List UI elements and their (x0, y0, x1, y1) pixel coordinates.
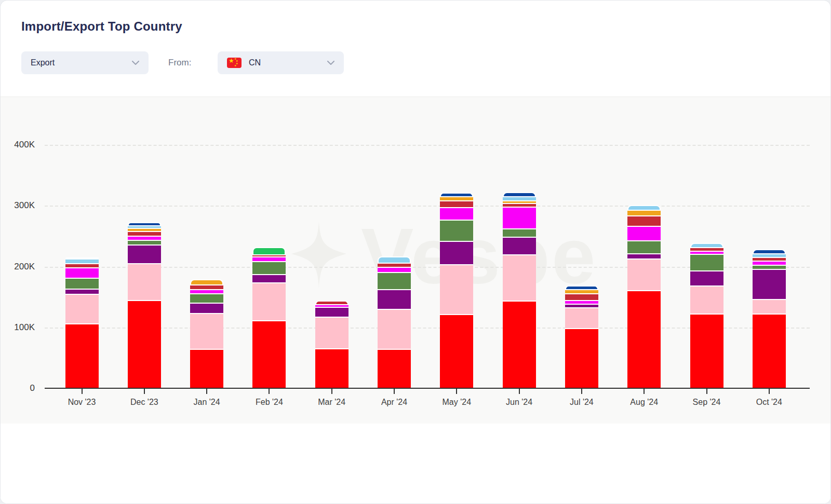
bar-segment-south-korea[interactable] (690, 243, 723, 247)
bar-segment-malaysia[interactable] (252, 256, 286, 261)
bar-segment-malaysia[interactable] (65, 267, 99, 278)
bar-apr-24[interactable] (378, 256, 411, 388)
bar-segment-singapore[interactable] (252, 282, 286, 320)
bar-jan-24[interactable] (190, 279, 223, 388)
bar-segment-malaysia[interactable] (627, 226, 661, 240)
bar-segment-spain[interactable] (690, 254, 723, 270)
bar-segment-indonesia[interactable] (378, 263, 411, 267)
bar-segment-malaysia[interactable] (378, 267, 411, 273)
bar-segment-netherlands[interactable] (128, 244, 161, 263)
bar-segment-south-korea[interactable] (65, 258, 99, 263)
bar-segment-italy[interactable] (503, 192, 536, 196)
bar-segment-united-states[interactable] (627, 290, 661, 388)
bar-segment-united-states[interactable] (190, 349, 223, 388)
bar-segment-belgium[interactable] (440, 196, 473, 200)
bar-sep-24[interactable] (690, 243, 723, 388)
gridline-400K (45, 145, 810, 146)
bar-segment-singapore[interactable] (503, 254, 536, 301)
bar-segment-united-states[interactable] (690, 314, 723, 388)
bar-segment-indonesia[interactable] (315, 301, 349, 304)
bar-segment-belgium[interactable] (627, 210, 661, 216)
bar-segment-indonesia[interactable] (690, 247, 723, 251)
bar-segment-spain[interactable] (753, 265, 786, 269)
bar-segment-italy[interactable] (440, 193, 473, 196)
bar-segment-netherlands[interactable] (503, 237, 536, 254)
bar-segment-singapore[interactable] (627, 258, 661, 290)
bar-segment-united-states[interactable] (65, 323, 99, 388)
bar-nov-23[interactable] (65, 257, 99, 388)
bar-feb-24[interactable] (252, 247, 286, 388)
bar-segment-spain[interactable] (378, 272, 411, 289)
bar-segment-south-korea[interactable] (627, 205, 661, 209)
bar-dec-23[interactable] (128, 222, 161, 388)
bar-segment-united-states[interactable] (315, 348, 349, 388)
bar-segment-italy[interactable] (753, 249, 786, 253)
bar-segment-spain[interactable] (252, 261, 286, 274)
bar-segment-malaysia[interactable] (503, 207, 536, 228)
bar-segment-spain[interactable] (440, 220, 473, 241)
bar-segment-indonesia[interactable] (440, 200, 473, 207)
bar-segment-spain[interactable] (627, 240, 661, 253)
bar-segment-singapore[interactable] (440, 264, 473, 314)
bar-segment-italy[interactable] (565, 285, 598, 289)
bar-segment-singapore[interactable] (315, 317, 349, 348)
bar-segment-spain[interactable] (65, 278, 99, 289)
bar-segment-netherlands[interactable] (565, 304, 598, 307)
bar-segment-malaysia[interactable] (565, 300, 598, 304)
bar-segment-south-korea[interactable] (503, 196, 536, 200)
bar-segment-singapore[interactable] (65, 294, 99, 323)
bar-segment-united-states[interactable] (565, 328, 598, 388)
bar-segment-netherlands[interactable] (440, 241, 473, 264)
bar-segment-netherlands[interactable] (190, 303, 223, 313)
bar-segment-indonesia[interactable] (128, 231, 161, 236)
bar-segment-indonesia[interactable] (65, 263, 99, 267)
bar-segment-netherlands[interactable] (627, 253, 661, 259)
bar-segment-south-korea[interactable] (753, 253, 786, 257)
bar-segment-indonesia[interactable] (190, 284, 223, 289)
bar-may-24[interactable] (440, 193, 473, 388)
bar-segment-belgium[interactable] (190, 279, 223, 284)
bar-mar-24[interactable] (315, 301, 349, 388)
bar-segment-indonesia[interactable] (503, 203, 536, 207)
bar-segment-spain[interactable] (503, 228, 536, 237)
bar-segment-netherlands[interactable] (378, 289, 411, 309)
x-axis-tick (82, 389, 83, 394)
bar-segment-malaysia[interactable] (440, 207, 473, 220)
bar-segment-singapore[interactable] (190, 313, 223, 349)
bar-segment-malaysia[interactable] (128, 236, 161, 240)
bar-aug-24[interactable] (627, 205, 661, 388)
bar-segment-netherlands[interactable] (252, 274, 286, 282)
bar-segment-netherlands[interactable] (315, 307, 349, 317)
bar-segment-netherlands[interactable] (65, 289, 99, 294)
bar-segment-singapore[interactable] (128, 263, 161, 301)
bar-segment-indonesia[interactable] (753, 257, 786, 261)
bar-segment-malaysia[interactable] (190, 289, 223, 293)
bar-segment-malaysia[interactable] (753, 261, 786, 265)
bar-segment-netherlands[interactable] (690, 270, 723, 285)
bar-segment-united-states[interactable] (503, 301, 536, 388)
bar-segment-singapore[interactable] (565, 307, 598, 328)
country-dropdown[interactable]: ★ ★★★★ CN (218, 51, 344, 74)
direction-dropdown[interactable]: Export (21, 51, 149, 74)
bar-segment-united-states[interactable] (440, 314, 473, 388)
bar-segment-south-korea[interactable] (378, 256, 411, 263)
bar-segment-indonesia[interactable] (565, 293, 598, 300)
gridline-300K (45, 206, 810, 207)
bar-segment-spain[interactable] (128, 240, 161, 244)
bar-segment-singapore[interactable] (753, 299, 786, 314)
bar-segment-united-states[interactable] (378, 349, 411, 388)
bar-segment-indonesia[interactable] (627, 215, 661, 226)
x-axis-line (45, 388, 810, 389)
bar-segment-united-states[interactable] (252, 320, 286, 388)
bar-segment-netherlands[interactable] (753, 269, 786, 298)
bar-jun-24[interactable] (503, 192, 536, 388)
bar-segment-united-states[interactable] (753, 314, 786, 388)
bar-jul-24[interactable] (565, 285, 598, 388)
bar-segment-romania[interactable] (252, 247, 286, 254)
bar-segment-belgium[interactable] (565, 289, 598, 293)
bar-segment-singapore[interactable] (378, 309, 411, 349)
bar-segment-united-states[interactable] (128, 300, 161, 388)
bar-segment-spain[interactable] (190, 293, 223, 303)
bar-oct-24[interactable] (753, 249, 786, 388)
bar-segment-singapore[interactable] (690, 285, 723, 314)
